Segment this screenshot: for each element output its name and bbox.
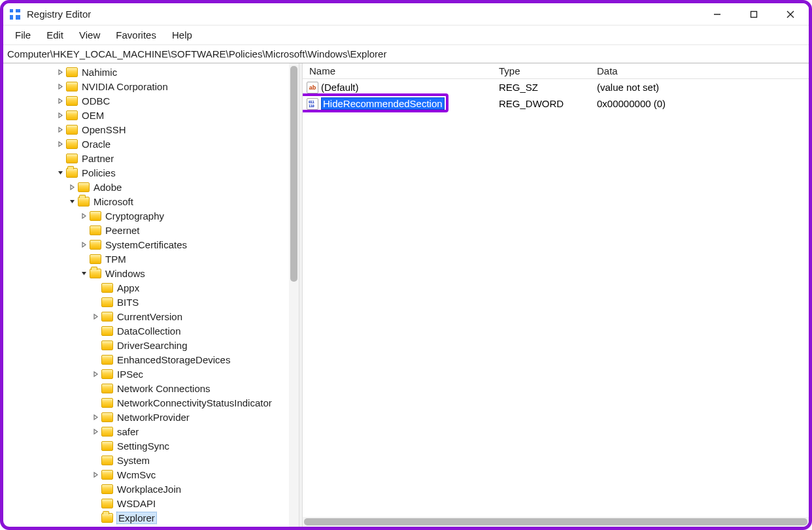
tree-node-peernet[interactable]: Peernet: [3, 223, 299, 237]
folder-icon: [66, 168, 78, 178]
tree-node-systemcertificates[interactable]: SystemCertificates: [3, 237, 299, 252]
tree-node-wcmsvc[interactable]: WcmSvc: [3, 467, 299, 482]
chevron-right-icon[interactable]: [56, 67, 65, 76]
folder-icon: [66, 154, 78, 163]
chevron-right-icon[interactable]: [56, 96, 65, 105]
tree-node-label: NetworkProvider: [116, 412, 190, 423]
chevron-right-icon[interactable]: [79, 240, 88, 249]
values-body[interactable]: ab(Default)REG_SZ(value not set)011110Hi…: [303, 79, 809, 527]
tree-node-workplacejoin[interactable]: WorkplaceJoin: [3, 482, 299, 496]
tree-scrollbar-thumb[interactable]: [290, 66, 297, 282]
value-row[interactable]: ab(Default)REG_SZ(value not set): [303, 79, 809, 95]
expander-none: [91, 355, 100, 364]
column-name[interactable]: Name: [303, 65, 499, 76]
expander-none: [79, 225, 88, 235]
chevron-right-icon[interactable]: [79, 211, 88, 220]
tree-node-system[interactable]: System: [3, 453, 299, 467]
main-content: NahimicNVIDIA CorporationODBCOEMOpenSSHO…: [3, 63, 809, 527]
tree-node-networkprovider[interactable]: NetworkProvider: [3, 410, 299, 424]
chevron-right-icon[interactable]: [91, 369, 100, 378]
address-text: Computer\HKEY_LOCAL_MACHINE\SOFTWARE\Pol…: [7, 48, 386, 59]
tree-node-adobe[interactable]: Adobe: [3, 180, 299, 194]
tree-node-label: Windows: [105, 268, 146, 279]
tree-node-currentversion[interactable]: CurrentVersion: [3, 309, 299, 323]
tree-node-microsoft[interactable]: Microsoft: [3, 194, 299, 208]
tree-pane[interactable]: NahimicNVIDIA CorporationODBCOEMOpenSSHO…: [3, 63, 299, 527]
tree-node-label: Cryptography: [105, 210, 165, 222]
tree-node-nahimic[interactable]: Nahimic: [3, 65, 299, 79]
expander-none: [91, 398, 100, 407]
value-row[interactable]: 011110HideRecommendedSectionREG_DWORD0x0…: [303, 95, 809, 112]
tree-node-driversearching[interactable]: DriverSearching: [3, 338, 299, 352]
folder-icon: [90, 211, 101, 221]
tree-node-cryptography[interactable]: Cryptography: [3, 208, 299, 223]
tree-node-policies[interactable]: Policies: [3, 165, 299, 180]
column-data[interactable]: Data: [597, 65, 809, 76]
maximize-button[interactable]: [736, 3, 772, 25]
tree-node-ipsec[interactable]: IPSec: [3, 367, 299, 381]
folder-icon: [101, 470, 113, 480]
values-header: Name Type Data: [303, 63, 809, 79]
values-hscrollbar[interactable]: [303, 517, 809, 527]
tree-node-openssh[interactable]: OpenSSH: [3, 122, 299, 137]
tree-node-label: Adobe: [93, 182, 122, 193]
chevron-right-icon[interactable]: [56, 82, 65, 91]
chevron-right-icon[interactable]: [56, 125, 65, 134]
tree-node-label: Peernet: [105, 225, 141, 236]
tree-node-wsdapi[interactable]: WSDAPI: [3, 496, 299, 510]
menu-file[interactable]: File: [7, 27, 39, 42]
address-bar[interactable]: Computer\HKEY_LOCAL_MACHINE\SOFTWARE\Pol…: [3, 45, 809, 63]
tree-node-bits[interactable]: BITS: [3, 295, 299, 309]
menu-favorites[interactable]: Favorites: [108, 27, 164, 42]
folder-icon: [101, 384, 113, 393]
chevron-right-icon[interactable]: [56, 110, 65, 120]
tree-node-networkconnectivitystatusindicator[interactable]: NetworkConnectivityStatusIndicator: [3, 395, 299, 410]
chevron-right-icon[interactable]: [91, 412, 100, 422]
svg-rect-5: [13, 8, 14, 21]
chevron-right-icon[interactable]: [91, 427, 100, 436]
folder-icon: [90, 225, 101, 235]
value-name-editing[interactable]: HideRecommendedSection: [321, 97, 445, 110]
tree-node-appx[interactable]: Appx: [3, 280, 299, 295]
folder-icon: [66, 110, 78, 120]
column-type[interactable]: Type: [499, 65, 597, 76]
values-hscrollbar-thumb[interactable]: [304, 518, 807, 525]
tree-node-label: ODBC: [81, 95, 110, 107]
tree-node-partner[interactable]: Partner: [3, 151, 299, 165]
chevron-right-icon[interactable]: [56, 139, 65, 148]
svg-rect-4: [8, 12, 22, 14]
tree-node-windows[interactable]: Windows: [3, 266, 299, 280]
tree-node-nvidia-corporation[interactable]: NVIDIA Corporation: [3, 79, 299, 93]
tree-node-oracle[interactable]: Oracle: [3, 137, 299, 151]
chevron-right-icon[interactable]: [91, 470, 100, 479]
chevron-down-icon[interactable]: [67, 197, 76, 206]
chevron-down-icon[interactable]: [79, 269, 88, 278]
tree-scrollbar[interactable]: [289, 63, 299, 527]
tree-node-explorer[interactable]: Explorer: [3, 510, 299, 525]
tree-node-enhancedstoragedevices[interactable]: EnhancedStorageDevices: [3, 352, 299, 367]
tree-node-safer[interactable]: safer: [3, 424, 299, 439]
tree-node-network-connections[interactable]: Network Connections: [3, 381, 299, 395]
tree-node-oem[interactable]: OEM: [3, 108, 299, 122]
menu-edit[interactable]: Edit: [39, 27, 71, 42]
folder-icon: [66, 96, 78, 106]
tree-node-label: WcmSvc: [116, 469, 156, 480]
tree-node-datacollection[interactable]: DataCollection: [3, 323, 299, 338]
tree-node-settingsync[interactable]: SettingSync: [3, 439, 299, 453]
expander-none: [56, 154, 65, 163]
app-icon: [8, 8, 22, 21]
tree-node-label: CurrentVersion: [116, 311, 183, 322]
chevron-right-icon[interactable]: [67, 182, 76, 191]
svg-rect-3: [16, 15, 20, 20]
tree-node-label: SettingSync: [116, 440, 170, 452]
chevron-right-icon[interactable]: [91, 312, 100, 321]
tree-node-tpm[interactable]: TPM: [3, 252, 299, 266]
chevron-down-icon[interactable]: [56, 168, 65, 177]
menu-view[interactable]: View: [71, 27, 108, 42]
tree-node-odbc[interactable]: ODBC: [3, 93, 299, 108]
svg-text:110: 110: [309, 104, 314, 108]
minimize-button[interactable]: [699, 3, 736, 25]
menu-help[interactable]: Help: [164, 27, 200, 42]
close-button[interactable]: [772, 3, 809, 25]
value-data: 0x00000000 (0): [597, 98, 809, 109]
